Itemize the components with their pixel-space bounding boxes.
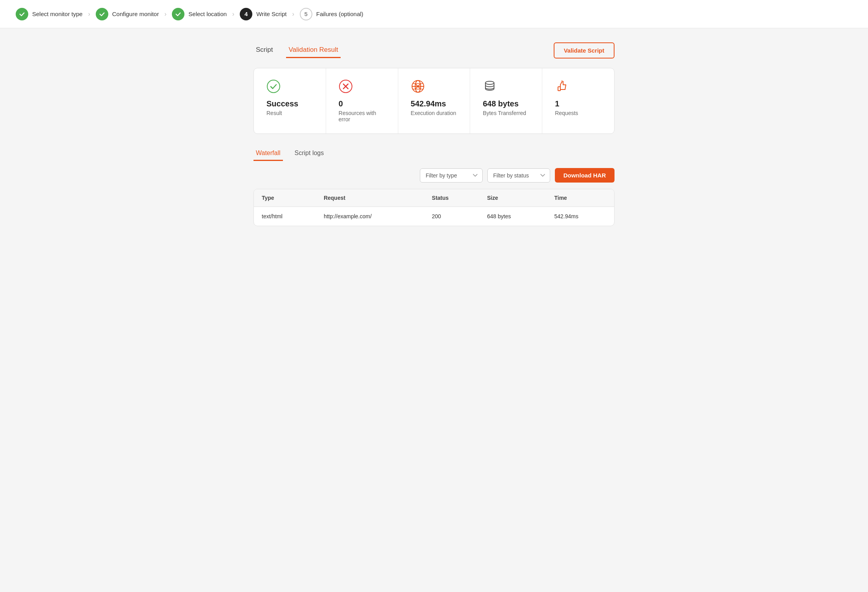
metric-label: Bytes Transferred (483, 110, 526, 116)
stepper: Select monitor type › Configure monitor … (0, 0, 868, 28)
step-configure-monitor[interactable]: Configure monitor (96, 8, 159, 20)
metric-execution-duration: 542.94ms Execution duration (398, 68, 470, 133)
step-label: Select monitor type (32, 11, 82, 17)
step-complete-icon (96, 8, 108, 20)
metrics-card: Success Result 0 Resources with error (253, 68, 615, 134)
metric-value: 542.94ms (411, 99, 446, 108)
step-label: Select location (188, 11, 227, 17)
waterfall-table: Type Request Status Size Time text/html … (253, 189, 615, 226)
step-arrow: › (292, 11, 294, 18)
step-arrow: › (88, 11, 90, 18)
step-arrow: › (232, 11, 234, 18)
metric-requests: 1 Requests (542, 68, 614, 133)
script-tabs: Script Validation Result (253, 43, 352, 58)
database-icon (483, 79, 497, 95)
col-type: Type (254, 189, 316, 207)
metric-label: Resources with error (339, 110, 385, 122)
step-select-location[interactable]: Select location (172, 8, 227, 20)
success-icon (266, 79, 281, 95)
cell-time: 542.94ms (546, 207, 614, 226)
step-number-icon: 5 (300, 8, 312, 20)
cell-status: 200 (424, 207, 480, 226)
filter-row: Filter by type Filter by status Download… (253, 168, 615, 183)
metric-label: Requests (555, 110, 578, 116)
step-label: Failures (optional) (316, 11, 363, 17)
step-select-monitor-type[interactable]: Select monitor type (16, 8, 82, 20)
svg-point-0 (267, 80, 280, 93)
table-header-row: Type Request Status Size Time (254, 189, 614, 207)
cell-type: text/html (254, 207, 316, 226)
tab-waterfall[interactable]: Waterfall (253, 146, 283, 161)
filter-type-select[interactable]: Filter by type (420, 168, 483, 183)
tab-script-logs[interactable]: Script logs (292, 146, 326, 161)
metric-value: 1 (555, 99, 559, 108)
cell-request[interactable]: http://example.com/ (316, 207, 424, 226)
download-har-button[interactable]: Download HAR (555, 168, 615, 183)
metric-value: 648 bytes (483, 99, 518, 108)
svg-point-7 (485, 81, 494, 84)
metric-value: Success (266, 99, 298, 108)
main-content: Script Validation Result Validate Script… (246, 28, 622, 240)
tab-script[interactable]: Script (253, 43, 275, 58)
step-complete-icon (16, 8, 28, 20)
col-request: Request (316, 189, 424, 207)
metric-value: 0 (339, 99, 343, 108)
validate-script-button[interactable]: Validate Script (554, 42, 615, 58)
col-status: Status (424, 189, 480, 207)
step-failures-optional[interactable]: 5 Failures (optional) (300, 8, 363, 20)
metric-result: Success Result (254, 68, 326, 133)
col-size: Size (479, 189, 546, 207)
step-number-icon: 4 (240, 8, 252, 20)
error-icon (339, 79, 353, 95)
step-label: Configure monitor (112, 11, 159, 17)
metric-resources-error: 0 Resources with error (326, 68, 398, 133)
metric-label: Result (266, 110, 282, 116)
step-complete-icon (172, 8, 184, 20)
step-label: Write Script (256, 11, 286, 17)
filter-status-select[interactable]: Filter by status (487, 168, 550, 183)
globe-icon (411, 79, 425, 95)
tab-validation-result[interactable]: Validation Result (286, 43, 340, 58)
step-write-script[interactable]: 4 Write Script (240, 8, 286, 20)
table-row: text/html http://example.com/ 200 648 by… (254, 207, 614, 226)
col-time: Time (546, 189, 614, 207)
metric-bytes-transferred: 648 bytes Bytes Transferred (470, 68, 542, 133)
cell-size: 648 bytes (479, 207, 546, 226)
svg-rect-8 (558, 87, 560, 91)
step-arrow: › (164, 11, 166, 18)
tabs-row: Script Validation Result Validate Script (253, 42, 615, 58)
waterfall-tabs: Waterfall Script logs (253, 146, 615, 161)
metric-label: Execution duration (411, 110, 456, 116)
thumbsup-icon (555, 79, 569, 95)
